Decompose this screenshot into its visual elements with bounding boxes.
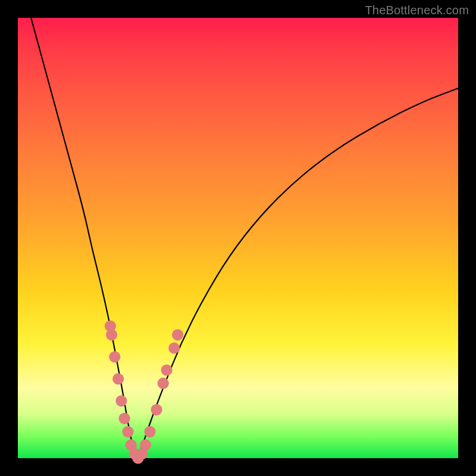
marker-dot: [119, 413, 130, 424]
chart-svg: [18, 18, 458, 458]
marker-group: [105, 320, 183, 464]
marker-dot: [161, 364, 173, 375]
marker-dot: [112, 373, 124, 384]
marker-dot: [115, 395, 127, 406]
marker-dot: [144, 426, 155, 437]
marker-dot: [109, 351, 120, 362]
bottleneck-curve: [31, 18, 458, 456]
marker-dot: [106, 329, 117, 340]
chart-frame: TheBottleneck.com: [0, 0, 476, 476]
marker-dot: [172, 329, 183, 340]
watermark-label: TheBottleneck.com: [365, 4, 469, 17]
marker-dot: [151, 404, 162, 415]
plot-area: [18, 18, 458, 458]
marker-dot: [140, 439, 151, 450]
marker-dot: [122, 426, 133, 437]
marker-dot: [158, 378, 169, 389]
marker-dot: [168, 342, 180, 353]
